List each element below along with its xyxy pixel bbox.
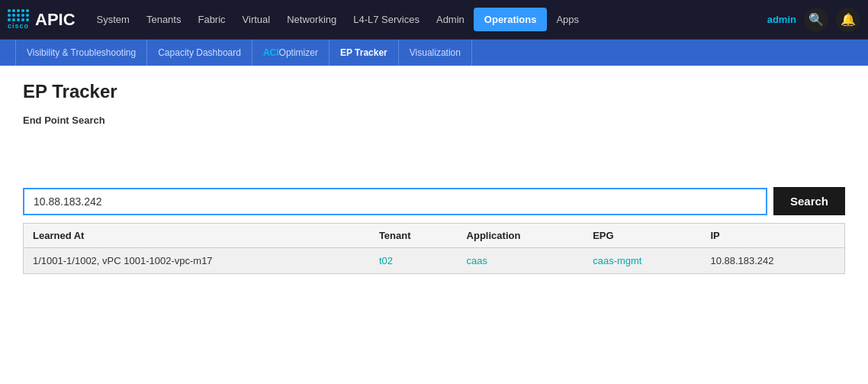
search-icon-btn[interactable]: 🔍 bbox=[804, 8, 828, 32]
nav-admin[interactable]: Admin bbox=[429, 9, 472, 30]
col-tenant: Tenant bbox=[370, 224, 458, 248]
main-content: EP Tracker End Point Search Search Learn… bbox=[0, 66, 868, 384]
cisco-logo: cisco bbox=[8, 9, 29, 30]
nav-l4l7[interactable]: L4-L7 Services bbox=[346, 9, 427, 30]
col-application: Application bbox=[458, 224, 584, 248]
nav-right: admin 🔍 🔔 bbox=[767, 8, 860, 32]
nav-system[interactable]: System bbox=[89, 9, 137, 30]
subnav-ep-tracker[interactable]: EP Tracker bbox=[330, 40, 399, 66]
cell-epg[interactable]: caas-mgmt bbox=[583, 248, 701, 274]
cell-application[interactable]: caas bbox=[458, 248, 584, 274]
nav-virtual[interactable]: Virtual bbox=[235, 9, 278, 30]
col-learned-at: Learned At bbox=[24, 224, 370, 248]
cell-tenant[interactable]: t02 bbox=[370, 248, 458, 274]
page-title: EP Tracker bbox=[23, 81, 845, 102]
subnav-capacity[interactable]: Capacity Dashboard bbox=[147, 40, 252, 66]
section-label: End Point Search bbox=[23, 115, 845, 126]
nav-fabric[interactable]: Fabric bbox=[190, 9, 233, 30]
apic-label: APIC bbox=[35, 10, 76, 30]
col-epg: EPG bbox=[583, 224, 701, 248]
nav-tenants[interactable]: Tenants bbox=[139, 9, 189, 30]
table-header: Learned At Tenant Application EPG IP bbox=[24, 224, 845, 248]
aci-text: ACI bbox=[263, 47, 279, 58]
results-table: Learned At Tenant Application EPG IP 1/1… bbox=[23, 223, 845, 274]
subnav-visualization[interactable]: Visualization bbox=[399, 40, 472, 66]
sub-nav: Visibility & Troubleshooting Capacity Da… bbox=[0, 40, 868, 66]
table-row: 1/1001-1/1002, vPC 1001-1002-vpc-m17 t02… bbox=[24, 248, 845, 274]
top-nav: cisco APIC System Tenants Fabric Virtual… bbox=[0, 0, 868, 40]
notifications-icon-btn[interactable]: 🔔 bbox=[836, 8, 860, 32]
cisco-brand-text: cisco bbox=[8, 22, 29, 30]
cisco-dots bbox=[8, 9, 29, 21]
search-input[interactable] bbox=[23, 188, 767, 215]
cell-ip: 10.88.183.242 bbox=[701, 248, 844, 274]
nav-operations[interactable]: Operations bbox=[474, 8, 548, 31]
admin-label: admin bbox=[767, 14, 796, 25]
table-body: 1/1001-1/1002, vPC 1001-1002-vpc-m17 t02… bbox=[24, 248, 845, 274]
nav-apps[interactable]: Apps bbox=[548, 9, 587, 30]
nav-networking[interactable]: Networking bbox=[279, 9, 344, 30]
cell-learned-at: 1/1001-1/1002, vPC 1001-1002-vpc-m17 bbox=[24, 248, 370, 274]
subnav-aci-optimizer[interactable]: ACI Optimizer bbox=[252, 40, 330, 66]
subnav-visibility[interactable]: Visibility & Troubleshooting bbox=[15, 40, 147, 66]
nav-items: System Tenants Fabric Virtual Networking… bbox=[89, 8, 767, 31]
col-ip: IP bbox=[701, 224, 844, 248]
search-row: Search bbox=[23, 187, 845, 215]
search-button[interactable]: Search bbox=[773, 187, 845, 215]
